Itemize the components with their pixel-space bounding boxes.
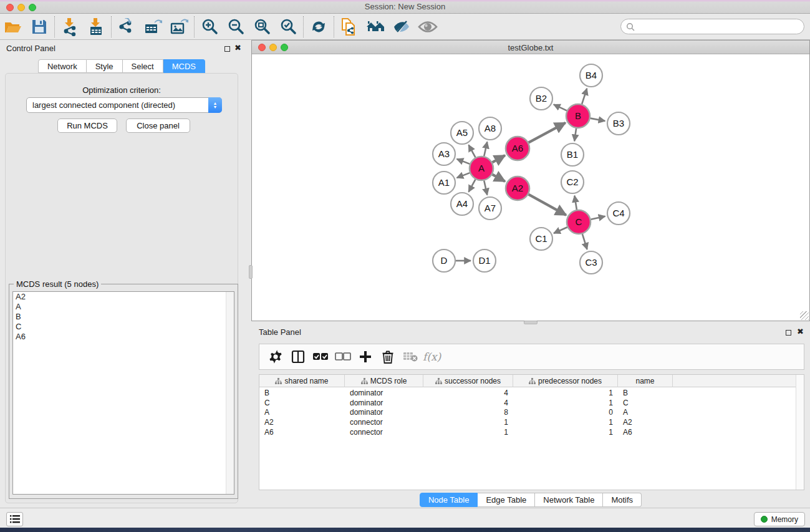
graph-node-A4[interactable]: A4	[451, 193, 473, 215]
table-row-A[interactable]: Adominator80A	[259, 408, 796, 418]
graph-node-A7[interactable]: A7	[479, 197, 501, 220]
result-scrollbar[interactable]	[226, 292, 234, 494]
vizmapper-icon[interactable]	[388, 15, 415, 39]
delete-table-icon[interactable]	[399, 346, 422, 368]
mcds-result-list[interactable]: A2ABCA6	[12, 291, 234, 495]
function-builder-icon[interactable]: f(x)	[423, 351, 441, 363]
graph-edge-B-B3[interactable]	[591, 118, 605, 121]
tab-network-table[interactable]: Network Table	[535, 493, 603, 507]
export-network-icon[interactable]	[113, 15, 140, 39]
network-overview-icon[interactable]	[362, 15, 388, 39]
graph-node-B3[interactable]: B3	[607, 112, 630, 135]
network-window-titlebar[interactable]: testGlobe.txt	[252, 41, 809, 54]
optimization-criterion-dropdown[interactable]: largest connected component (directed) ▲…	[26, 97, 222, 113]
tab-network[interactable]: Network	[38, 59, 87, 73]
zoom-out-icon[interactable]	[223, 15, 249, 39]
import-table-icon[interactable]	[83, 15, 109, 39]
result-item-A[interactable]: A	[13, 302, 234, 312]
result-item-C[interactable]: C	[13, 322, 234, 332]
graph-edge-B-B4[interactable]	[582, 89, 587, 104]
table-row-C[interactable]: Cdominator41C	[259, 398, 796, 408]
graph-node-A8[interactable]: A8	[479, 117, 501, 140]
table-row-A2[interactable]: A2connector11A2	[259, 417, 796, 427]
graph-edge-A2-C[interactable]	[529, 195, 566, 215]
graph-node-C1[interactable]: C1	[530, 228, 552, 250]
graph-node-C3[interactable]: C3	[580, 251, 602, 274]
tab-motifs[interactable]: Motifs	[603, 493, 642, 507]
graph-node-A1[interactable]: A1	[433, 172, 455, 194]
graph-edge-A-A5[interactable]	[469, 145, 476, 157]
graph-node-C[interactable]: C	[567, 210, 591, 234]
tab-select[interactable]: Select	[123, 59, 163, 73]
graph-edge-A6-B[interactable]	[529, 123, 566, 143]
select-all-icon[interactable]	[309, 346, 332, 368]
memory-button[interactable]: Memory	[754, 512, 805, 526]
graph-edge-A-A6[interactable]	[493, 155, 505, 162]
apply-layout-icon[interactable]	[306, 15, 332, 39]
network-canvas[interactable]: B4B2BB3A5A8A6B1A3AA1A2C2A4A7C4CC1C3DD1	[253, 55, 809, 321]
import-network-icon[interactable]	[57, 15, 83, 39]
tab-edge-table[interactable]: Edge Table	[478, 493, 535, 507]
zoom-fit-icon[interactable]	[249, 15, 275, 39]
tab-style[interactable]: Style	[87, 59, 123, 73]
graph-node-C4[interactable]: C4	[607, 202, 630, 225]
show-column-icon[interactable]	[287, 346, 309, 368]
column-header-shared-name[interactable]: shared name	[259, 375, 345, 387]
graph-edge-C-C3[interactable]	[582, 234, 587, 249]
table-row-A6[interactable]: A6connector11A6	[259, 427, 796, 437]
settings-gear-icon[interactable]	[264, 346, 287, 368]
column-header-MCDS-role[interactable]: MCDS role	[345, 375, 423, 387]
graph-edge-A-A8[interactable]	[484, 142, 487, 156]
column-header-name[interactable]: name	[618, 375, 673, 387]
export-table-icon[interactable]	[140, 15, 166, 39]
result-item-A2[interactable]: A2	[13, 292, 234, 302]
graph-edge-A-A4[interactable]	[469, 180, 476, 192]
vertical-splitter-handle[interactable]	[249, 265, 253, 279]
run-mcds-button[interactable]: Run MCDS	[57, 118, 117, 133]
graph-node-B4[interactable]: B4	[580, 64, 602, 87]
close-table-panel-icon[interactable]: ✖	[797, 327, 804, 336]
search-input[interactable]	[620, 19, 804, 34]
graph-edge-C-C4[interactable]	[591, 216, 605, 220]
graph-edge-A-A2[interactable]	[493, 175, 505, 181]
graph-node-C2[interactable]: C2	[561, 171, 584, 193]
graph-node-A6[interactable]: A6	[506, 137, 529, 160]
graph-node-A5[interactable]: A5	[451, 122, 473, 144]
graph-node-D[interactable]: D	[433, 249, 455, 272]
graph-edge-B-B2[interactable]	[554, 104, 567, 110]
table-row-B[interactable]: Bdominator41B	[259, 388, 796, 398]
graph-node-B1[interactable]: B1	[561, 143, 584, 166]
delete-row-icon[interactable]	[377, 346, 399, 368]
result-item-A6[interactable]: A6	[13, 332, 234, 342]
graph-node-D1[interactable]: D1	[473, 249, 496, 272]
tab-mcds[interactable]: MCDS	[163, 59, 205, 73]
graph-node-A3[interactable]: A3	[433, 143, 455, 165]
graph-edge-C-C2[interactable]	[574, 196, 577, 210]
graph-edge-A-A7[interactable]	[484, 181, 487, 195]
show-hide-icon[interactable]	[415, 15, 441, 39]
table-scrollbar[interactable]	[796, 375, 804, 490]
graph-node-B[interactable]: B	[566, 104, 590, 128]
column-header-predecessor-nodes[interactable]: predecessor nodes	[513, 375, 618, 387]
export-image-icon[interactable]	[166, 15, 192, 39]
close-panel-button[interactable]: Close panel	[126, 118, 190, 133]
clone-network-icon[interactable]	[336, 15, 362, 39]
float-panel-icon[interactable]	[224, 44, 230, 54]
result-item-B[interactable]: B	[13, 312, 234, 322]
unselect-all-icon[interactable]	[332, 346, 354, 368]
add-row-icon[interactable]	[354, 346, 377, 368]
save-session-icon[interactable]	[26, 15, 52, 39]
graph-edge-A-A1[interactable]	[457, 173, 470, 178]
task-history-button[interactable]	[6, 512, 23, 526]
graph-edge-B-B1[interactable]	[574, 128, 576, 141]
close-panel-icon[interactable]: ✖	[234, 44, 241, 52]
zoom-selected-icon[interactable]	[275, 15, 301, 39]
column-header-successor-nodes[interactable]: successor nodes	[423, 375, 513, 387]
float-table-panel-icon[interactable]	[786, 328, 791, 337]
open-file-icon[interactable]	[0, 15, 26, 39]
graph-node-A[interactable]: A	[470, 157, 493, 180]
tab-node-table[interactable]: Node Table	[420, 493, 478, 507]
graph-node-A2[interactable]: A2	[506, 177, 529, 200]
zoom-in-icon[interactable]	[196, 15, 223, 39]
window-resize-grip[interactable]	[800, 311, 809, 320]
